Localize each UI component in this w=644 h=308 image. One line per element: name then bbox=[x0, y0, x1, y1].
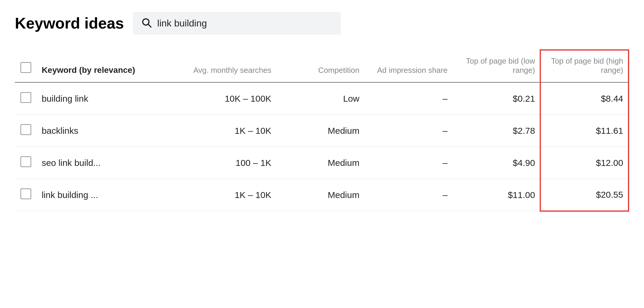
row-impression-3: – bbox=[364, 179, 452, 211]
row-checkbox-3[interactable] bbox=[21, 188, 31, 199]
table-row: backlinks 1K – 10K Medium – $2.78 $11.61 bbox=[15, 115, 629, 147]
header-competition: Competition bbox=[276, 50, 364, 82]
header: Keyword ideas bbox=[15, 12, 629, 34]
row-check-2[interactable] bbox=[15, 147, 37, 179]
header-keyword-label: Keyword (by relevance) bbox=[42, 65, 135, 75]
row-check-0[interactable] bbox=[15, 82, 37, 115]
header-top-low: Top of page bid (low range) bbox=[452, 50, 541, 82]
row-checkbox-0[interactable] bbox=[21, 92, 31, 103]
keyword-table-container: Keyword (by relevance) Avg. monthly sear… bbox=[15, 49, 629, 212]
search-icon bbox=[141, 17, 152, 29]
row-top-high-2: $12.00 bbox=[540, 147, 629, 179]
row-keyword-3: link building ... bbox=[37, 179, 156, 211]
table-header-row: Keyword (by relevance) Avg. monthly sear… bbox=[15, 50, 629, 82]
header-keyword: Keyword (by relevance) bbox=[37, 50, 156, 82]
keyword-table: Keyword (by relevance) Avg. monthly sear… bbox=[15, 49, 629, 212]
header-ad-impression: Ad impression share bbox=[364, 50, 452, 82]
row-keyword-1: backlinks bbox=[37, 115, 156, 147]
row-checkbox-1[interactable] bbox=[21, 124, 31, 135]
row-competition-2: Medium bbox=[276, 147, 364, 179]
row-competition-0: Low bbox=[276, 82, 364, 115]
row-check-1[interactable] bbox=[15, 115, 37, 147]
row-keyword-0: building link bbox=[37, 82, 156, 115]
header-top-high-label: Top of page bid (high range) bbox=[551, 56, 623, 75]
header-top-low-label: Top of page bid (low range) bbox=[466, 56, 535, 75]
page-title: Keyword ideas bbox=[15, 14, 124, 32]
table-row: building link 10K – 100K Low – $0.21 $8.… bbox=[15, 82, 629, 115]
row-avg-0: 10K – 100K bbox=[157, 82, 276, 115]
row-impression-2: – bbox=[364, 147, 452, 179]
header-competition-label: Competition bbox=[318, 66, 360, 75]
row-top-high-3: $20.55 bbox=[540, 179, 629, 211]
row-competition-3: Medium bbox=[276, 179, 364, 211]
row-top-low-0: $0.21 bbox=[452, 82, 541, 115]
row-avg-3: 1K – 10K bbox=[157, 179, 276, 211]
row-impression-0: – bbox=[364, 82, 452, 115]
row-top-low-2: $4.90 bbox=[452, 147, 541, 179]
row-top-low-3: $11.00 bbox=[452, 179, 541, 211]
header-top-high: Top of page bid (high range) bbox=[540, 50, 629, 82]
row-checkbox-2[interactable] bbox=[21, 156, 31, 167]
header-ad-impression-label: Ad impression share bbox=[377, 66, 448, 75]
row-avg-2: 100 – 1K bbox=[157, 147, 276, 179]
header-check[interactable] bbox=[15, 50, 37, 82]
row-top-high-1: $11.61 bbox=[540, 115, 629, 147]
search-input[interactable] bbox=[157, 18, 333, 29]
table-row: seo link build... 100 – 1K Medium – $4.9… bbox=[15, 147, 629, 179]
row-competition-1: Medium bbox=[276, 115, 364, 147]
row-impression-1: – bbox=[364, 115, 452, 147]
row-avg-1: 1K – 10K bbox=[157, 115, 276, 147]
search-box[interactable] bbox=[133, 12, 341, 34]
header-avg-monthly-label: Avg. monthly searches bbox=[193, 66, 271, 75]
header-avg-monthly: Avg. monthly searches bbox=[157, 50, 276, 82]
row-top-low-1: $2.78 bbox=[452, 115, 541, 147]
row-check-3[interactable] bbox=[15, 179, 37, 211]
row-top-high-0: $8.44 bbox=[540, 82, 629, 115]
svg-line-1 bbox=[148, 24, 151, 27]
row-keyword-2: seo link build... bbox=[37, 147, 156, 179]
select-all-checkbox[interactable] bbox=[21, 62, 31, 73]
table-row: link building ... 1K – 10K Medium – $11.… bbox=[15, 179, 629, 211]
